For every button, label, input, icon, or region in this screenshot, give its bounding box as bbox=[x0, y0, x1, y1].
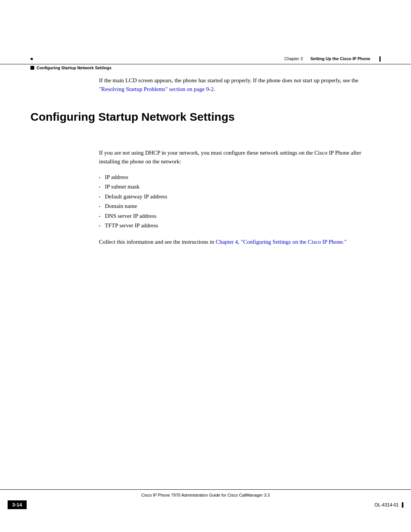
header-chapter-label: Chapter 3 bbox=[284, 56, 303, 62]
body-paragraph1: If you are not using DHCP in your networ… bbox=[99, 149, 381, 166]
resolving-problems-link[interactable]: "Resolving Startup Problems" section on … bbox=[99, 86, 213, 92]
header-left: ■ bbox=[30, 56, 33, 61]
page-container: ■ Chapter 3 Setting Up the Cisco IP Phon… bbox=[0, 0, 411, 532]
bullet-dot-icon: • bbox=[99, 195, 100, 199]
intro-text-after-link: . bbox=[213, 86, 215, 92]
list-item-text: IP address bbox=[105, 173, 129, 182]
footer-bar-icon bbox=[402, 502, 403, 508]
list-item: • DNS server IP address bbox=[99, 211, 381, 221]
collect-paragraph: Collect this information and see the ins… bbox=[99, 238, 381, 246]
body-content: If you are not using DHCP in your networ… bbox=[99, 149, 381, 246]
list-item-text: Domain name bbox=[105, 201, 137, 211]
bullet-list: • IP address • IP subnet mask • Default … bbox=[99, 173, 381, 231]
intro-content: If the main LCD screen appears, the phon… bbox=[99, 76, 381, 105]
list-item: • TFTP server IP address bbox=[99, 221, 381, 231]
section-heading: Configuring Startup Network Settings bbox=[30, 110, 381, 126]
list-item-text: DNS server IP address bbox=[105, 211, 157, 221]
list-item: • Domain name bbox=[99, 201, 381, 211]
bullet-dot-icon: • bbox=[99, 176, 100, 180]
bullet-dot-icon: • bbox=[99, 185, 100, 189]
header-chapter-title: Setting Up the Cisco IP Phone bbox=[311, 56, 370, 62]
section-label: Configuring Startup Network Settings bbox=[30, 66, 112, 70]
doc-number-text: OL-4314-01 bbox=[374, 502, 399, 508]
bullet-dot-icon: • bbox=[99, 205, 100, 209]
section-heading-text: Configuring Startup Network Settings bbox=[30, 110, 235, 123]
list-item-text: IP subnet mask bbox=[105, 182, 140, 192]
page-header: ■ Chapter 3 Setting Up the Cisco IP Phon… bbox=[0, 56, 411, 64]
collect-text-before-link: Collect this information and see the ins… bbox=[99, 239, 216, 245]
bullet-dot-icon: • bbox=[99, 224, 100, 228]
intro-paragraph: If the main LCD screen appears, the phon… bbox=[99, 76, 381, 93]
chapter4-link[interactable]: Chapter 4, "Configuring Settings on the … bbox=[216, 239, 347, 245]
bullet-dot-icon: • bbox=[99, 215, 100, 219]
list-item: • IP address bbox=[99, 173, 381, 182]
header-right: Chapter 3 Setting Up the Cisco IP Phone bbox=[284, 56, 381, 62]
list-item-text: Default gateway IP address bbox=[105, 192, 167, 202]
footer-bottom: 3-14 OL-4314-01 bbox=[0, 500, 411, 509]
section-marker-icon bbox=[30, 66, 34, 70]
page-number-badge: 3-14 bbox=[8, 500, 27, 509]
header-marker: ■ bbox=[30, 56, 33, 61]
section-label-text: Configuring Startup Network Settings bbox=[37, 66, 112, 70]
intro-text-before-link: If the main LCD screen appears, the phon… bbox=[99, 77, 358, 83]
footer-center-text: Cisco IP Phone 7970 Administration Guide… bbox=[0, 493, 411, 497]
header-end-bar bbox=[379, 56, 381, 62]
list-item: • Default gateway IP address bbox=[99, 192, 381, 202]
list-item-text: TFTP server IP address bbox=[105, 221, 158, 231]
footer-doc-number: OL-4314-01 bbox=[374, 502, 403, 508]
list-item: • IP subnet mask bbox=[99, 182, 381, 192]
page-footer: Cisco IP Phone 7970 Administration Guide… bbox=[0, 489, 411, 509]
